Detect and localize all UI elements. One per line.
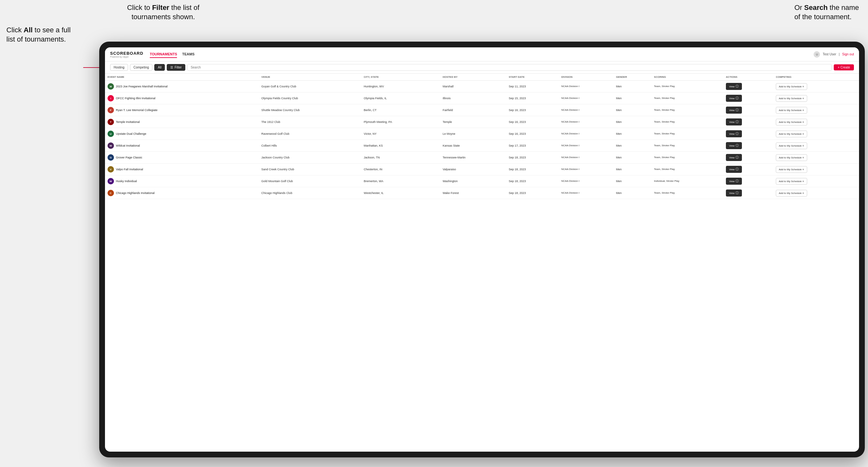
navbar: SCOREBOARD Powered by clippd TOURNAMENTS… (105, 48, 859, 61)
table-row: T Temple Invitational The 1912 Club Plym… (105, 116, 859, 128)
info-icon: ⓘ (736, 191, 739, 195)
cell-venue: Gold Mountain Golf Club (259, 176, 361, 187)
nav-teams[interactable]: TEAMS (182, 51, 195, 58)
cell-division: NCAA Division I (559, 116, 614, 128)
add-schedule-button[interactable]: Add to My Schedule + (776, 154, 807, 161)
competing-button[interactable]: Competing (130, 64, 152, 71)
cell-actions: View ⓘ (723, 81, 773, 93)
view-button[interactable]: View ⓘ (726, 166, 742, 173)
cell-hosted-by: Fairfield (440, 104, 506, 116)
event-name-text: Valpo Fall Invitational (116, 168, 143, 171)
event-name-text: Temple Invitational (116, 120, 140, 124)
add-schedule-button[interactable]: Add to My Schedule + (776, 95, 807, 102)
cell-actions: View ⓘ (723, 104, 773, 116)
view-button[interactable]: View ⓘ (726, 189, 742, 196)
col-gender: GENDER (614, 73, 652, 81)
cell-start-date: Sep 18, 2023 (506, 152, 559, 163)
add-schedule-button[interactable]: Add to My Schedule + (776, 143, 807, 149)
cell-hosted-by: Tennessee-Martin (440, 152, 506, 163)
cell-actions: View ⓘ (723, 116, 773, 128)
event-name-text: Grover Page Classic (116, 156, 143, 159)
cell-event-name: M 2023 Joe Feaganes Marshall Invitationa… (105, 81, 259, 93)
info-icon: ⓘ (736, 84, 739, 89)
cell-scoring: Team, Stroke Play (651, 116, 723, 128)
cell-scoring: Team, Stroke Play (651, 104, 723, 116)
cell-event-name: T Temple Invitational (105, 116, 259, 128)
add-schedule-button[interactable]: Add to My Schedule + (776, 119, 807, 125)
add-schedule-button[interactable]: Add to My Schedule + (776, 107, 807, 114)
cell-city-state: Chesterton, IN (361, 163, 440, 176)
cell-venue: The 1912 Club (259, 116, 361, 128)
tablet-frame: SCOREBOARD Powered by clippd TOURNAMENTS… (99, 41, 865, 458)
cell-venue: Shuttle Meadow Country Club (259, 104, 361, 116)
cell-competing: Add to My Schedule + (773, 163, 859, 176)
cell-gender: Men (614, 104, 652, 116)
cell-scoring: Team, Stroke Play (651, 128, 723, 140)
event-name-text: Upstate Dual Challenge (116, 132, 146, 135)
cell-venue: Chicago Highlands Club (259, 187, 361, 199)
nav-tournaments[interactable]: TOURNAMENTS (150, 51, 177, 58)
search-input[interactable] (187, 64, 832, 71)
view-button[interactable]: View ⓘ (726, 142, 742, 149)
cell-city-state: Victor, NY (361, 128, 440, 140)
plus-icon: + (802, 108, 804, 112)
cell-city-state: Olympia Fields, IL (361, 93, 440, 104)
plus-icon: + (802, 144, 804, 148)
add-schedule-button[interactable]: Add to My Schedule + (776, 190, 807, 196)
view-button[interactable]: View ⓘ (726, 118, 742, 125)
view-button[interactable]: View ⓘ (726, 106, 742, 114)
add-schedule-button[interactable]: Add to My Schedule + (776, 131, 807, 137)
cell-actions: View ⓘ (723, 176, 773, 187)
table-header-row: EVENT NAME VENUE CITY, STATE HOSTED BY S… (105, 73, 859, 81)
cell-competing: Add to My Schedule + (773, 128, 859, 140)
add-schedule-button[interactable]: Add to My Schedule + (776, 178, 807, 185)
cell-scoring: Team, Stroke Play (651, 140, 723, 152)
cell-start-date: Sep 17, 2023 (506, 140, 559, 152)
info-icon: ⓘ (736, 108, 739, 112)
cell-competing: Add to My Schedule + (773, 152, 859, 163)
add-schedule-button[interactable]: Add to My Schedule + (776, 166, 807, 173)
view-button[interactable]: View ⓘ (726, 95, 742, 102)
sign-out-link[interactable]: Sign out (842, 53, 854, 56)
view-button[interactable]: View ⓘ (726, 154, 742, 161)
cell-venue: Olympia Fields Country Club (259, 93, 361, 104)
cell-division: NCAA Division I (559, 140, 614, 152)
cell-hosted-by: Wake Forest (440, 187, 506, 199)
plus-icon: + (802, 168, 804, 171)
cell-hosted-by: Illinois (440, 93, 506, 104)
hosting-button[interactable]: Hosting (110, 64, 128, 71)
table-row: C Chicago Highlands Invitational Chicago… (105, 187, 859, 199)
cell-event-name: U Upstate Dual Challenge (105, 128, 259, 140)
col-venue: VENUE (259, 73, 361, 81)
cell-scoring: Team, Stroke Play (651, 187, 723, 199)
cell-city-state: Jackson, TN (361, 152, 440, 163)
add-schedule-button[interactable]: Add to My Schedule + (776, 83, 807, 90)
view-button[interactable]: View ⓘ (726, 178, 742, 185)
cell-city-state: Manhattan, KS (361, 140, 440, 152)
team-logo-icon: G (107, 154, 114, 161)
cell-division: NCAA Division I (559, 152, 614, 163)
avatar: U (814, 51, 820, 58)
cell-venue: Guyan Golf & Country Club (259, 81, 361, 93)
info-icon: ⓘ (736, 167, 739, 172)
view-button[interactable]: View ⓘ (726, 83, 742, 90)
cell-division: NCAA Division I (559, 81, 614, 93)
col-competing: COMPETING (773, 73, 859, 81)
cell-actions: View ⓘ (723, 187, 773, 199)
cell-start-date: Sep 18, 2023 (506, 176, 559, 187)
cell-venue: Colbert Hills (259, 140, 361, 152)
cell-scoring: Team, Stroke Play (651, 163, 723, 176)
team-logo-icon: T (107, 119, 114, 125)
filter-button[interactable]: ☰ Filter (167, 64, 185, 71)
team-logo-icon: I (107, 95, 114, 101)
cell-scoring: Team, Stroke Play (651, 152, 723, 163)
cell-competing: Add to My Schedule + (773, 104, 859, 116)
cell-competing: Add to My Schedule + (773, 176, 859, 187)
view-button[interactable]: View ⓘ (726, 130, 742, 137)
cell-competing: Add to My Schedule + (773, 140, 859, 152)
create-button[interactable]: + Create (834, 64, 854, 70)
cell-event-name: G Grover Page Classic (105, 152, 259, 163)
table-row: G Grover Page Classic Jackson Country Cl… (105, 152, 859, 163)
cell-event-name: W Husky Individual (105, 176, 259, 187)
all-button[interactable]: All (154, 64, 165, 71)
